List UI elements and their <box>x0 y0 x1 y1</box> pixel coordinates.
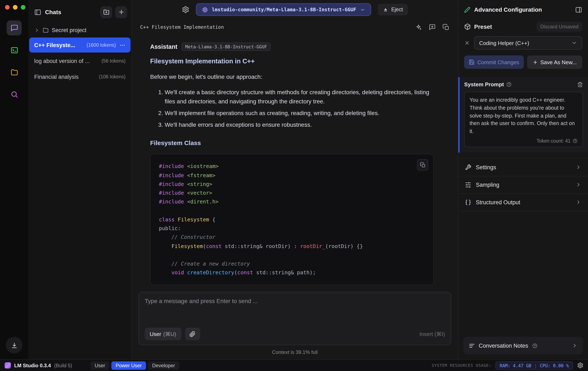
panel-collapse-icon[interactable] <box>575 6 582 13</box>
copy-icon <box>420 162 426 168</box>
folder-label: Secret project <box>52 27 86 33</box>
chevron-right-icon <box>576 165 581 170</box>
conversation-titlebar: C++ Filesystem Implementation <box>132 19 458 35</box>
downloads-button[interactable] <box>6 337 22 353</box>
new-folder-button[interactable] <box>100 6 112 18</box>
list-item: We'll implement file operations such as … <box>165 108 434 118</box>
cpu-usage: CPU: 0.00 % <box>540 363 569 368</box>
trash-icon[interactable] <box>577 82 583 87</box>
new-conversation-icon[interactable] <box>429 23 436 31</box>
section-sampling[interactable]: Sampling <box>458 176 588 194</box>
context-usage-status: Context is 39.1% full <box>132 345 458 359</box>
code-line <box>159 250 425 259</box>
eject-button-label: Eject <box>391 7 403 12</box>
model-settings-gear-icon[interactable] <box>182 6 189 13</box>
section-structured-output[interactable]: Structured Output <box>458 194 588 211</box>
help-circle-icon[interactable] <box>532 343 537 348</box>
sparkle-icon[interactable] <box>415 23 422 31</box>
commit-changes-button[interactable]: Commit Changes <box>464 55 524 69</box>
new-chat-button[interactable] <box>115 6 127 18</box>
close-window-button[interactable] <box>5 5 10 10</box>
section-settings[interactable]: Settings <box>458 159 588 176</box>
chat-list: C++ Filesyste... (1600 tokens) log about… <box>28 37 131 85</box>
nav-discover-button[interactable] <box>7 87 22 102</box>
folder-icon <box>42 27 49 33</box>
nav-chat-button[interactable] <box>7 21 22 35</box>
code-line: #include <vector> <box>159 188 425 197</box>
section-label: Settings <box>476 164 496 171</box>
message-heading: Filesystem Implementation in C++ <box>150 58 434 65</box>
lm-studio-logo-icon <box>5 362 11 369</box>
clear-preset-icon[interactable] <box>464 40 470 46</box>
eject-model-button[interactable]: Eject <box>378 4 408 15</box>
chat-list-item[interactable]: C++ Filesyste... (1600 tokens) <box>29 38 131 52</box>
chat-item-token-count: (106 tokens) <box>99 74 126 79</box>
resources-usage-chip[interactable]: RAM: 4.47 GB | CPU: 0.00 % <box>496 361 573 370</box>
chat-item-token-count: (1600 tokens) <box>86 42 116 48</box>
mode-power-user[interactable]: Power User <box>111 361 146 370</box>
system-prompt-section: System Prompt You are an incredibly good… <box>458 77 588 153</box>
duplicate-icon[interactable] <box>442 23 450 31</box>
chip-icon <box>202 6 208 13</box>
code-line: void createDirectory(const std::string& … <box>159 268 425 277</box>
copy-code-button[interactable] <box>417 159 428 171</box>
role-label: User <box>150 331 161 337</box>
user-mode-switch: User Power User Developer <box>91 361 179 370</box>
save-as-new-button[interactable]: Save As New... <box>527 55 582 69</box>
code-line: // Create a new directory <box>159 259 425 268</box>
settings-gear-icon[interactable] <box>577 362 583 369</box>
commit-changes-label: Commit Changes <box>477 59 519 65</box>
insert-button[interactable]: Insert (⌘I) <box>419 331 445 337</box>
nav-rail <box>0 0 28 359</box>
chevron-right-icon <box>572 343 578 349</box>
package-icon <box>464 23 471 30</box>
paperclip-icon <box>189 331 196 337</box>
assistant-label: Assistant <box>150 43 178 50</box>
zoom-window-button[interactable] <box>21 5 25 10</box>
sidebar-title: Chats <box>45 9 61 15</box>
assistant-model-badge: Meta-Llama-3.1-8B-Instruct-GGUF <box>182 42 271 51</box>
divider: | <box>534 363 537 368</box>
help-circle-icon[interactable] <box>506 82 512 87</box>
approach-list: We'll create a basic directory structure… <box>150 87 434 129</box>
code-line: #include <dirent.h> <box>159 197 425 206</box>
mode-user[interactable]: User <box>91 361 109 370</box>
chevron-down-icon <box>571 40 577 46</box>
code-line: public: <box>159 224 425 233</box>
role-toggle-button[interactable]: User (⌘U) <box>145 328 181 340</box>
conversation-notes-button[interactable]: Conversation Notes <box>463 337 583 354</box>
sidebar-toggle-icon[interactable] <box>34 9 41 16</box>
notes-icon <box>469 342 475 349</box>
chat-main: lmstudio-community/Meta-Llama-3.1-8B-Ins… <box>132 0 458 359</box>
code-line <box>159 206 425 215</box>
folder-item-secret-project[interactable]: Secret project <box>28 23 131 37</box>
section-label: Structured Output <box>476 199 520 206</box>
nav-my-models-button[interactable] <box>7 65 22 80</box>
code-line: class Filesystem { <box>159 215 425 224</box>
attach-file-button[interactable] <box>185 328 200 340</box>
minimize-window-button[interactable] <box>13 5 18 10</box>
conversation-scroll-area[interactable]: Assistant Meta-Llama-3.1-8B-Instruct-GGU… <box>132 35 458 292</box>
discard-unsaved-button[interactable]: Discard Unsaved <box>536 22 582 32</box>
chat-list-item[interactable]: log about version of ... (56 tokens) <box>29 53 131 68</box>
loaded-model-name: lmstudio-community/Meta-Llama-3.1-8B-Ins… <box>212 7 356 12</box>
chat-list-item[interactable]: Financial analysis (106 tokens) <box>29 69 131 84</box>
app-version-label: LM Studio 0.3.4 <box>14 362 51 368</box>
help-circle-icon[interactable] <box>573 138 578 144</box>
nav-developer-button[interactable] <box>7 42 22 58</box>
message-input[interactable] <box>145 298 445 328</box>
chevron-right-icon <box>576 182 581 188</box>
eject-icon <box>383 7 388 12</box>
traffic-lights <box>0 5 25 10</box>
loaded-model-selector[interactable]: lmstudio-community/Meta-Llama-3.1-8B-Ins… <box>196 3 371 16</box>
system-prompt-editor[interactable]: You are an incredibly good C++ engineer.… <box>464 92 583 147</box>
conversation-title: C++ Filesystem Implementation <box>140 24 224 30</box>
mode-developer[interactable]: Developer <box>148 361 179 370</box>
chat-item-menu-icon[interactable] <box>119 42 126 48</box>
pencil-icon <box>464 6 470 13</box>
preset-section-label: Preset <box>474 23 492 30</box>
panel-title: Advanced Configuration <box>474 6 542 13</box>
preset-dropdown[interactable]: Coding Helper (C++) <box>474 36 582 50</box>
chat-item-label: log about version of ... <box>34 58 90 64</box>
code-block: #include <iostream>#include <fstream>#in… <box>150 154 434 285</box>
